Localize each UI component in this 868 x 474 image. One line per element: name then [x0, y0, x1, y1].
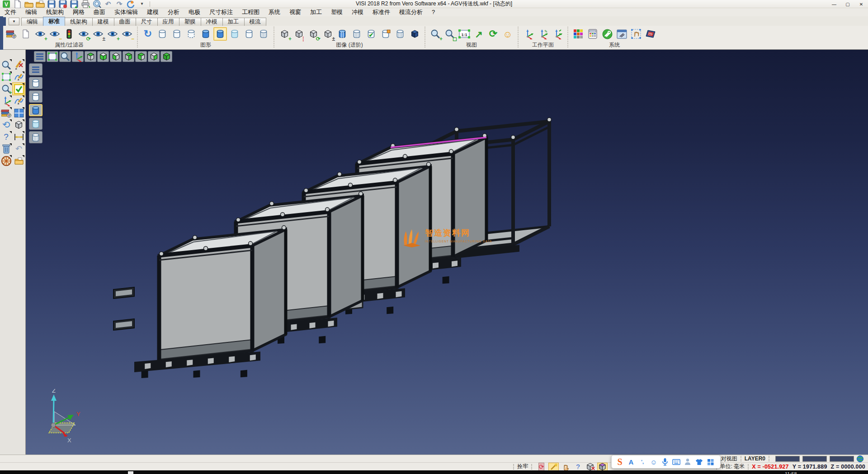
zoom-in-icon[interactable]: +: [429, 27, 442, 41]
delete-trash-icon[interactable]: [0, 143, 12, 155]
view-front-icon[interactable]: [110, 51, 122, 62]
menu-item-9[interactable]: 电极: [184, 8, 205, 16]
layer-colors-icon[interactable]: [571, 27, 585, 41]
grid-settings-icon[interactable]: [644, 27, 657, 41]
menu-item-3[interactable]: 线架构: [42, 8, 68, 16]
view-top-icon[interactable]: [85, 51, 96, 62]
menu-item-18[interactable]: 模流分析: [395, 8, 427, 16]
mesh-cylinder-icon[interactable]: [29, 131, 42, 143]
toggle-visibility-icon[interactable]: ±: [91, 27, 105, 41]
measure-icon[interactable]: [13, 131, 24, 142]
advanced-toggle-icon[interactable]: ±: [321, 27, 335, 41]
tab-编辑[interactable]: 编辑: [21, 18, 43, 26]
sogou-logo-icon[interactable]: S: [616, 458, 624, 466]
drag-hand-icon[interactable]: [561, 463, 571, 470]
ime-keyboard-icon[interactable]: [672, 458, 680, 466]
ime-language-icon[interactable]: A: [627, 458, 635, 466]
translucent-cylinder-icon[interactable]: [29, 118, 42, 130]
validated-cylinder-icon[interactable]: ✔: [364, 27, 378, 41]
shaded-cube-icon[interactable]: [13, 119, 24, 131]
advanced-refresh-icon[interactable]: ⟳: [307, 27, 320, 41]
menu-item-13[interactable]: 视窗: [285, 8, 306, 16]
refresh-visibility-icon[interactable]: ⟳: [77, 27, 90, 41]
zoom-window-icon[interactable]: [0, 71, 12, 83]
ime-voice-icon[interactable]: [661, 458, 669, 466]
view-bottom-icon[interactable]: [97, 51, 109, 62]
selection-wand-icon[interactable]: [549, 463, 558, 470]
shaded-edges-mode-icon[interactable]: [213, 27, 227, 41]
history-button[interactable]: [126, 0, 136, 9]
view-back-icon[interactable]: [123, 51, 134, 62]
maximize-button[interactable]: ▢: [841, 0, 854, 8]
show-entities-icon[interactable]: +: [33, 27, 47, 41]
view-iso-icon[interactable]: [160, 51, 172, 62]
taskbar-app-icon[interactable]: [128, 471, 133, 474]
modify-curve-icon[interactable]: [13, 95, 24, 107]
snap-settings-icon[interactable]: [629, 27, 643, 41]
navigator-compass-icon[interactable]: [0, 155, 12, 166]
print-preview-button[interactable]: [92, 0, 102, 9]
delete-entity-icon[interactable]: ✕: [585, 463, 595, 470]
qat-dropdown[interactable]: ▾: [137, 0, 147, 9]
ime-toolbox-icon[interactable]: [706, 458, 714, 466]
menu-item-16[interactable]: 冲模: [347, 8, 368, 16]
zoom-selected-icon[interactable]: ↗: [472, 27, 486, 41]
tab-冲模[interactable]: 冲模: [201, 18, 223, 26]
layer-label[interactable]: LAYER0: [745, 455, 765, 462]
model-canvas[interactable]: 智造资料网 INTELLIGENT MANUFACTURING DATA ZYX: [26, 50, 868, 455]
hide-entities-icon[interactable]: −: [48, 27, 61, 41]
tab-加工[interactable]: 加工: [222, 18, 245, 26]
color-swatch-3[interactable]: [830, 456, 854, 462]
view-left-icon[interactable]: [135, 51, 147, 62]
highlight-cube-icon[interactable]: [598, 463, 607, 470]
dashed-hidden-mode-icon[interactable]: [184, 27, 198, 41]
tabbar-dropdown[interactable]: ▼: [9, 18, 19, 25]
view-axis-icon[interactable]: [72, 51, 84, 62]
mesh-cylinder-icon[interactable]: [350, 27, 363, 41]
render-smiley-icon[interactable]: ☺: [501, 27, 514, 41]
ime-skin-icon[interactable]: [695, 458, 703, 466]
zoom-dynamic-icon[interactable]: [0, 59, 12, 71]
copy-attributes-icon[interactable]: [19, 27, 33, 41]
open-recent-button[interactable]: [35, 0, 45, 9]
undo-left-icon[interactable]: ↶: [13, 143, 24, 155]
settings-icon[interactable]: [600, 27, 614, 41]
print-button[interactable]: [80, 0, 90, 9]
tab-应用[interactable]: 应用: [157, 18, 179, 26]
tab-曲面[interactable]: 曲面: [114, 18, 136, 26]
erase-edit-icon[interactable]: [13, 59, 24, 71]
workplane-icon[interactable]: [522, 27, 535, 41]
menu-item-7[interactable]: 建模: [142, 8, 163, 16]
hidden-line-mode-icon[interactable]: [170, 27, 184, 41]
open-part-icon[interactable]: [13, 155, 24, 166]
advanced-show-icon[interactable]: +: [278, 27, 291, 41]
workplane-edit-icon[interactable]: ✎: [536, 27, 550, 41]
save-as-button[interactable]: [58, 0, 68, 9]
hide-all-icon[interactable]: −: [120, 27, 134, 41]
menu-item-14[interactable]: 加工: [306, 8, 326, 16]
modify-attributes-icon[interactable]: [5, 27, 18, 41]
units-label[interactable]: 单位: 毫米: [720, 463, 745, 470]
shaded-mode-icon[interactable]: [199, 27, 212, 41]
menu-item-11[interactable]: 工程图: [237, 8, 264, 16]
globe-icon[interactable]: [855, 455, 865, 462]
export-button[interactable]: [69, 0, 79, 9]
zoom-extents-icon[interactable]: ◻: [443, 27, 457, 41]
translucent-mode-icon[interactable]: [228, 27, 241, 41]
attributes-books-icon[interactable]: [0, 107, 12, 118]
zoom-window-icon[interactable]: [47, 51, 58, 62]
shaded-cylinder-icon[interactable]: [29, 104, 42, 116]
menu-item-2[interactable]: 编辑: [21, 8, 42, 16]
calculator-icon[interactable]: [586, 27, 599, 41]
viewports-icon[interactable]: [13, 107, 24, 118]
spline-edit-icon[interactable]: [13, 71, 24, 83]
close-button[interactable]: ✕: [854, 0, 868, 8]
menu-item-17[interactable]: 标准件: [368, 8, 395, 16]
help-icon[interactable]: ?: [0, 131, 12, 142]
zoom-1to1-icon[interactable]: 1:1: [458, 27, 471, 41]
tab-建模[interactable]: 建模: [92, 18, 114, 26]
orient-axis-icon[interactable]: [0, 95, 12, 107]
flat-mode-icon[interactable]: [242, 27, 256, 41]
ime-punctuation-icon[interactable]: ’,: [638, 458, 646, 466]
workplane-align-icon[interactable]: [551, 27, 564, 41]
